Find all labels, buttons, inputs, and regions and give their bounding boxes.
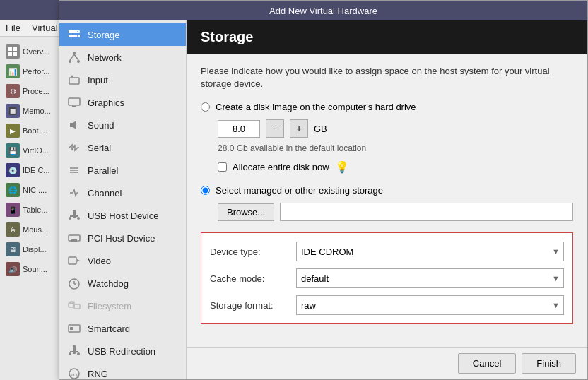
hardware-list: Storage Network Input Graphics	[59, 20, 187, 379]
sidebar-item-display[interactable]: 🖥 Displ...	[3, 240, 59, 259]
sidebar-label: Overv...	[23, 47, 49, 56]
sidebar-item-proc[interactable]: ⚙ Proce...	[3, 82, 59, 100]
browse-path-input[interactable]	[280, 203, 573, 221]
hw-item-watchdog[interactable]: Watchdog	[59, 272, 186, 295]
svg-rect-15	[69, 98, 80, 105]
overview-icon	[6, 44, 20, 59]
hw-label-usb-redir: USB Redirection	[88, 346, 155, 357]
usb-redir-icon	[66, 343, 82, 359]
sidebar-item-ide[interactable]: 💿 IDE C...	[3, 161, 59, 179]
sidebar-label: Displ...	[23, 245, 47, 254]
sidebar-item-boot[interactable]: ▶ Boot ...	[3, 121, 59, 140]
hw-item-usb-redir[interactable]: USB Redirection	[59, 340, 186, 362]
storage-format-select-wrapper: raw qcow2 vmdk ▼	[296, 295, 564, 315]
filesystem-icon	[66, 298, 82, 314]
allocate-label[interactable]: Allocate entire disk now	[233, 162, 329, 172]
svg-point-10	[77, 60, 80, 63]
hw-label-parallel: Parallel	[88, 165, 118, 176]
dialog-title: Add New Virtual Hardware	[269, 6, 377, 16]
pci-host-icon	[66, 230, 82, 246]
sidebar-label: Perfor...	[23, 67, 50, 76]
radio-create[interactable]	[201, 102, 210, 112]
hw-label-smartcard: Smartcard	[88, 323, 130, 334]
radio-select-label[interactable]: Select managed or other existing storage	[216, 185, 383, 196]
hw-item-video[interactable]: Video	[59, 249, 186, 272]
storage-format-row: Storage format: raw qcow2 vmdk ▼	[210, 295, 564, 315]
sidebar-label: VirtIO...	[23, 146, 49, 155]
sidebar-item-tablet[interactable]: 📱 Table...	[3, 201, 59, 219]
radio-create-label[interactable]: Create a disk image on the computer's ha…	[216, 102, 416, 112]
parallel-icon	[66, 162, 82, 178]
smartcard-icon	[66, 321, 82, 336]
disk-size-input[interactable]	[218, 120, 260, 138]
svg-line-11	[70, 54, 74, 60]
hw-label-sound: Sound	[88, 120, 114, 131]
storage-description: Please indicate how you would like to as…	[201, 65, 573, 90]
svg-point-14	[71, 76, 74, 78]
device-type-select[interactable]: IDE CDROM IDE Disk VirtIO Disk VirtIO SC…	[296, 242, 564, 261]
cache-mode-select[interactable]: default none writethrough writeback	[296, 268, 564, 288]
svg-point-9	[69, 60, 71, 63]
hw-label-graphics: Graphics	[88, 97, 124, 108]
sidebar-item-perf[interactable]: 📊 Perfor...	[3, 62, 59, 81]
sidebar-item-sound[interactable]: 🔊 Soun...	[3, 260, 59, 278]
browse-button[interactable]: Browse...	[218, 203, 274, 221]
video-icon	[66, 253, 82, 268]
sidebar-item-virtio[interactable]: 💾 VirtIO...	[3, 141, 59, 160]
svg-rect-37	[73, 345, 76, 354]
svg-rect-22	[70, 215, 78, 217]
graphics-icon	[66, 95, 82, 110]
hw-item-graphics[interactable]: Graphics	[59, 91, 186, 114]
sidebar-item-nic[interactable]: 🌐 NIC :...	[3, 181, 59, 199]
device-type-row: Device type: IDE CDROM IDE Disk VirtIO D…	[210, 242, 564, 261]
boot-icon: ▶	[6, 124, 20, 138]
input-icon	[66, 72, 82, 88]
svg-text:rng: rng	[71, 372, 80, 378]
cancel-button[interactable]: Cancel	[458, 353, 516, 374]
tablet-icon: 📱	[6, 203, 20, 217]
hw-item-channel[interactable]: Channel	[59, 182, 186, 204]
sidebar-label: Proce...	[23, 87, 49, 95]
hw-item-serial[interactable]: Serial	[59, 136, 186, 159]
radio-select[interactable]	[201, 186, 210, 195]
svg-marker-28	[77, 259, 80, 262]
hw-item-sound[interactable]: Sound	[59, 114, 186, 136]
hw-item-filesystem[interactable]: Filesystem	[59, 295, 186, 317]
svg-rect-26	[71, 239, 77, 242]
cache-mode-select-wrapper: default none writethrough writeback ▼	[296, 268, 564, 288]
hw-item-parallel[interactable]: Parallel	[59, 159, 186, 182]
sidebar-label: NIC :...	[23, 186, 47, 194]
disk-size-row: − + GB	[218, 119, 573, 138]
hw-item-network[interactable]: Network	[59, 46, 186, 69]
hw-item-pci-host[interactable]: PCI Host Device	[59, 227, 186, 249]
svg-line-12	[74, 54, 78, 60]
svg-point-24	[77, 217, 80, 220]
content-panel: Storage Please indicate how you would li…	[187, 20, 587, 379]
hw-item-usb-host[interactable]: USB Host Device	[59, 204, 186, 227]
dialog-titlebar: Add New Virtual Hardware	[59, 1, 587, 20]
increase-size-button[interactable]: +	[290, 119, 308, 138]
decrease-size-button[interactable]: −	[266, 119, 284, 138]
menu-file[interactable]: File	[6, 23, 20, 33]
hw-label-watchdog: Watchdog	[88, 278, 129, 289]
allocate-row: Allocate entire disk now 💡	[218, 160, 573, 174]
svg-rect-3	[13, 52, 17, 56]
available-text: 28.0 Gb available in the default locatio…	[218, 143, 573, 153]
hw-item-rng[interactable]: rng RNG	[59, 362, 186, 379]
sidebar-item-overview[interactable]: Overv...	[3, 42, 59, 61]
storage-format-select[interactable]: raw qcow2 vmdk	[296, 295, 564, 315]
svg-rect-16	[72, 106, 76, 107]
virtio-icon: 💾	[6, 143, 20, 158]
device-section: Device type: IDE CDROM IDE Disk VirtIO D…	[201, 232, 573, 324]
hw-item-input[interactable]: Input	[59, 69, 186, 91]
ide-icon: 💿	[6, 163, 20, 177]
allocate-checkbox[interactable]	[218, 162, 227, 172]
sidebar-item-mem[interactable]: 🔲 Memo...	[3, 102, 59, 120]
sidebar-item-mouse[interactable]: 🖱 Mous...	[3, 220, 59, 239]
hw-item-smartcard[interactable]: Smartcard	[59, 317, 186, 340]
finish-button[interactable]: Finish	[522, 353, 576, 374]
sidebar-label: Table...	[23, 206, 47, 214]
hw-item-storage[interactable]: Storage	[59, 23, 186, 46]
hw-label-channel: Channel	[88, 188, 122, 198]
sound-hw-icon	[66, 117, 82, 133]
